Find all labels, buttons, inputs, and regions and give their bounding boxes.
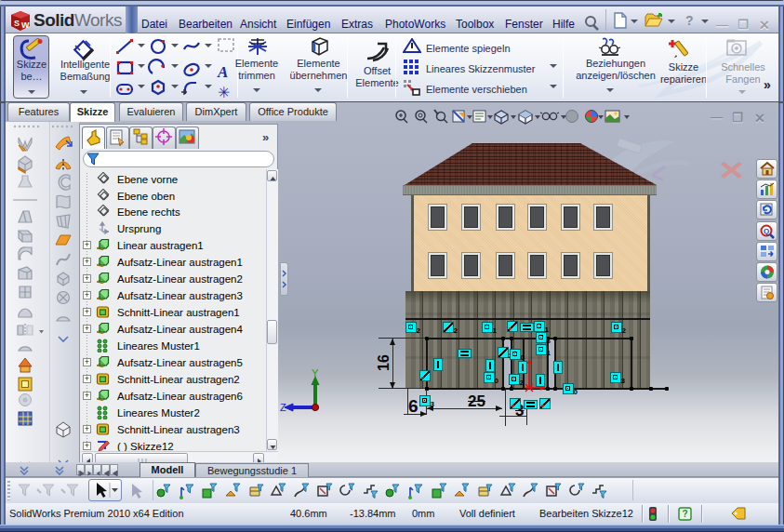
svg-text:S: S — [14, 19, 20, 28]
svg-text:✳: ✳ — [218, 85, 230, 100]
svg-text:Z: Z — [280, 402, 286, 413]
svg-text:Q: Q — [764, 227, 769, 235]
svg-text:?: ? — [683, 509, 688, 519]
svg-text:W: W — [21, 20, 30, 30]
